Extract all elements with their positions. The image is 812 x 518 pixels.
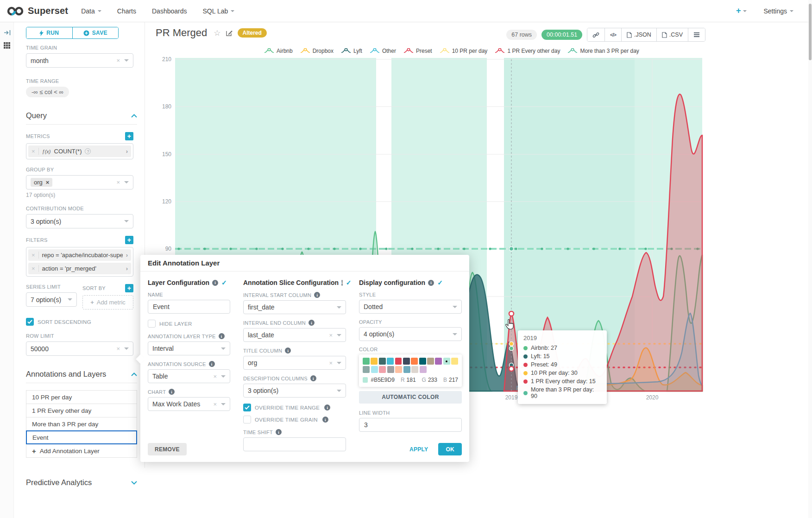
predictive-section-header[interactable]: Predictive Analytics xyxy=(26,478,137,491)
settings-menu[interactable]: Settings xyxy=(763,7,793,15)
sort-by-add-metric[interactable]: +Add metric xyxy=(82,295,133,310)
clear-icon[interactable]: × xyxy=(329,360,333,366)
filter-pill[interactable]: × repo = 'apache/incubator-supers... › xyxy=(28,249,131,261)
remove-icon[interactable]: × xyxy=(31,252,35,259)
remove-tag-icon[interactable]: × xyxy=(46,179,50,186)
override-time-grain-checkbox[interactable] xyxy=(243,416,251,423)
color-swatch[interactable] xyxy=(443,358,450,365)
edit-icon[interactable] xyxy=(226,29,233,37)
add-filter-button[interactable]: + xyxy=(125,236,133,244)
legend-item[interactable]: Airbnb xyxy=(264,48,293,54)
info-icon[interactable]: i xyxy=(322,417,328,423)
legend-item[interactable]: 1 PR Every other day xyxy=(495,48,560,54)
color-swatch[interactable] xyxy=(379,366,386,373)
color-swatch[interactable] xyxy=(411,358,418,365)
info-icon[interactable]: i xyxy=(209,361,215,367)
add-sort-metric-button[interactable]: + xyxy=(125,284,133,292)
color-swatch[interactable] xyxy=(363,358,370,365)
row-limit-select[interactable]: 50000 × xyxy=(26,341,133,356)
info-icon[interactable]: i xyxy=(314,292,320,298)
time-range-pill[interactable]: -∞ ≤ col < ∞ xyxy=(26,87,69,97)
clear-icon[interactable]: × xyxy=(329,332,333,339)
info-icon[interactable]: i xyxy=(324,404,330,411)
info-icon[interactable]: i xyxy=(428,280,434,286)
legend-item[interactable]: Dropbox xyxy=(300,48,334,54)
add-metric-button[interactable]: + xyxy=(125,132,133,140)
color-swatch[interactable] xyxy=(363,366,370,373)
color-swatch[interactable] xyxy=(403,366,410,373)
override-time-range-checkbox[interactable] xyxy=(243,404,251,411)
export-csv-button[interactable]: .CSV xyxy=(656,28,688,41)
legend-item[interactable]: Preset xyxy=(403,48,432,54)
style-select[interactable]: Dotted xyxy=(359,300,462,314)
color-swatch[interactable] xyxy=(371,366,378,373)
nav-item-charts[interactable]: Charts xyxy=(117,7,136,15)
altered-badge[interactable]: Altered xyxy=(238,28,267,38)
time-grain-select[interactable]: month × xyxy=(26,53,133,68)
apply-button[interactable]: APPLY xyxy=(403,443,434,455)
annotation-layer-10-pr-per-day[interactable]: 10 PR per day xyxy=(26,390,137,404)
export-json-button[interactable]: .JSON xyxy=(621,28,656,41)
info-icon[interactable]: i xyxy=(308,320,315,326)
sort-descending-checkbox[interactable] xyxy=(26,318,34,326)
automatic-color-button[interactable]: AUTOMATIC COLOR xyxy=(359,391,462,404)
group-by-select[interactable]: org× × xyxy=(26,175,133,190)
info-icon[interactable]: i xyxy=(212,280,218,286)
page-scrollbar-thumb[interactable] xyxy=(809,4,812,60)
annotations-section-header[interactable]: Annotations and Layers xyxy=(26,370,137,383)
opacity-select[interactable]: 4 option(s) xyxy=(359,327,462,341)
nav-item-data[interactable]: Data xyxy=(81,7,101,15)
annotation-layer-type-select[interactable]: Interval xyxy=(148,341,230,355)
legend-item[interactable]: Other xyxy=(370,48,396,54)
color-swatch[interactable] xyxy=(435,358,442,365)
more-options-button[interactable] xyxy=(688,28,705,41)
query-section-header[interactable]: Query xyxy=(26,111,137,125)
add-annotation-layer-button[interactable]: + Add Annotation Layer xyxy=(26,444,137,458)
clear-icon[interactable]: × xyxy=(116,57,120,64)
color-swatch[interactable] xyxy=(451,358,458,365)
color-swatch[interactable] xyxy=(371,358,378,365)
legend-item[interactable]: 10 PR per day xyxy=(440,48,488,54)
info-icon[interactable]: i xyxy=(285,347,291,354)
info-icon[interactable]: i xyxy=(310,375,316,381)
hide-layer-checkbox[interactable] xyxy=(148,320,156,328)
info-icon[interactable]: i xyxy=(276,429,282,435)
nav-item-dashboards[interactable]: Dashboards xyxy=(152,7,187,15)
annotation-layer-event[interactable]: Event xyxy=(26,430,137,444)
info-icon[interactable]: i xyxy=(169,389,175,395)
name-input[interactable] xyxy=(148,300,230,314)
page-scrollbar[interactable] xyxy=(808,0,812,518)
color-swatch[interactable] xyxy=(420,366,427,373)
favorite-star-icon[interactable]: ☆ xyxy=(214,28,220,38)
interval-start-select[interactable]: first_date xyxy=(243,300,346,314)
color-swatch[interactable] xyxy=(403,358,410,365)
copy-link-button[interactable] xyxy=(587,28,604,41)
series-limit-select[interactable]: 7 option(s) xyxy=(26,292,77,307)
color-swatch[interactable] xyxy=(379,358,386,365)
remove-icon[interactable]: × xyxy=(31,148,35,155)
clear-icon[interactable]: × xyxy=(213,373,217,380)
save-button[interactable]: SAVE xyxy=(72,27,119,38)
ok-button[interactable]: OK xyxy=(438,443,462,455)
title-column-select[interactable]: org × xyxy=(243,356,346,370)
remove-icon[interactable]: × xyxy=(31,265,35,272)
superset-logo[interactable]: Superset xyxy=(6,6,68,16)
clear-icon[interactable]: × xyxy=(116,179,120,186)
filter-pill[interactable]: × action = 'pr_merged' › xyxy=(28,263,131,274)
color-swatch[interactable] xyxy=(411,366,418,373)
legend-item[interactable]: Lyft xyxy=(341,48,362,54)
contribution-mode-select[interactable]: 3 option(s) xyxy=(26,214,133,228)
expand-panel-button[interactable] xyxy=(0,26,14,39)
clear-icon[interactable]: × xyxy=(213,401,217,408)
color-swatch[interactable] xyxy=(387,366,394,373)
info-icon[interactable]: i xyxy=(341,280,343,286)
remove-button[interactable]: REMOVE xyxy=(148,443,187,455)
legend-item[interactable]: More than 3 PR per day xyxy=(567,48,639,54)
annotation-layer-1-pr-every-other-day[interactable]: 1 PR Every other day xyxy=(26,404,137,417)
color-swatch[interactable] xyxy=(419,358,426,365)
line-width-input[interactable] xyxy=(359,418,462,432)
color-swatch[interactable] xyxy=(395,366,402,373)
nav-item-sql-lab[interactable]: SQL Lab xyxy=(203,7,235,15)
dataset-grid-button[interactable] xyxy=(0,39,14,52)
chart-select[interactable]: Max Work Dates × xyxy=(148,397,230,411)
